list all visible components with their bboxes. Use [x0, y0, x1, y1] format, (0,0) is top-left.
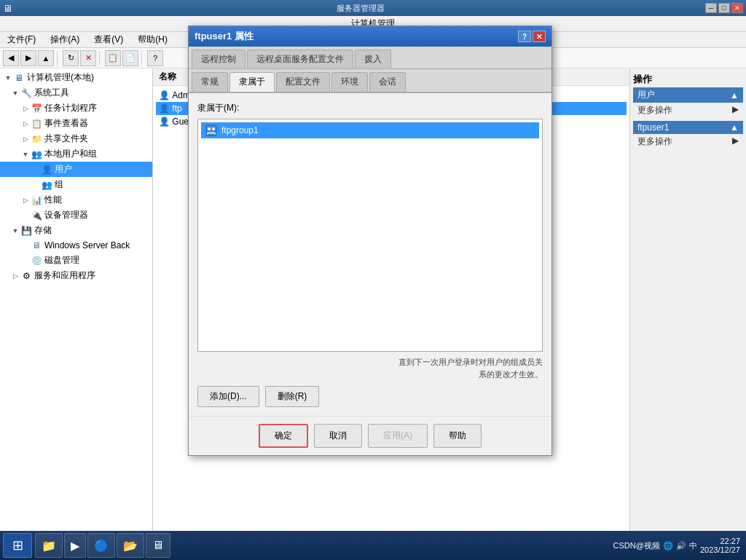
dialog-close-button[interactable]: ✕	[533, 31, 546, 42]
help-button[interactable]: 帮助	[433, 424, 482, 448]
expand-icon: ▼	[20, 149, 31, 159]
actions-more-users[interactable]: 更多操作 ▶	[633, 103, 743, 118]
dialog-titlebar: ftpuser1 属性 ? ✕	[189, 26, 551, 47]
tab-remote-control[interactable]: 远程控制	[192, 50, 246, 68]
expand-icon: ▷	[20, 134, 31, 144]
tray-network-icon: 🌐	[663, 541, 673, 551]
add-button[interactable]: 添加(D)...	[197, 386, 259, 407]
expand-icon	[31, 180, 41, 190]
actions-ftpuser-title: ftpuser1 ▲	[633, 121, 743, 134]
taskbar: ⊞ 📁 ▶ 🔵 📂 🖥 CSDN@视频 🌐 🔊 中 22:27 2023/12/…	[0, 531, 746, 560]
refresh-button[interactable]: ↻	[63, 50, 79, 66]
close-button[interactable]: ✕	[731, 3, 743, 13]
dialog-help-button[interactable]: ?	[518, 31, 531, 42]
tree-services[interactable]: ▷ ⚙ 服务和应用程序	[0, 268, 152, 283]
member-list: ftpgroup1	[197, 119, 543, 352]
menu-file[interactable]: 文件(F)	[3, 32, 40, 47]
tree-task-scheduler[interactable]: ▷ 📅 任务计划程序	[0, 100, 152, 116]
maximize-button[interactable]: □	[718, 3, 730, 13]
tree-label-storage: 存储	[34, 224, 52, 237]
tray-date: 2023/12/27	[700, 545, 740, 554]
tree-event-viewer[interactable]: ▷ 📋 事件查看器	[0, 116, 152, 131]
tab-member-of[interactable]: 隶属于	[229, 72, 275, 92]
properties-button[interactable]: 📋	[105, 50, 121, 66]
server-backup-icon: 🖥	[31, 240, 42, 251]
menu-action[interactable]: 操作(A)	[46, 32, 84, 47]
tree-local-users[interactable]: ▼ 👥 本地用户和组	[0, 146, 152, 162]
taskbar-tray: CSDN@视频 🌐 🔊 中 22:27 2023/12/27	[613, 537, 743, 554]
member-name: ftpgroup1	[221, 125, 259, 135]
tab-general[interactable]: 常规	[192, 72, 228, 92]
tab-profile[interactable]: 配置文件	[276, 72, 330, 92]
server-manager-icon: 🖥	[3, 3, 12, 14]
taskbar-powershell[interactable]: 🔵	[87, 533, 115, 558]
up-button[interactable]: ▲	[38, 50, 54, 66]
expand-icon: ▷	[20, 195, 31, 205]
action-buttons: 添加(D)... 删除(R)	[197, 386, 543, 407]
taskbar-folder[interactable]: 📂	[117, 533, 144, 558]
dialog-footer: 确定 取消 应用(A) 帮助	[189, 416, 551, 455]
storage-icon: 💾	[20, 225, 32, 237]
tray-clock[interactable]: 22:27 2023/12/27	[700, 537, 740, 554]
forward-button[interactable]: ▶	[20, 50, 36, 66]
help-toolbar-button[interactable]: ?	[147, 50, 163, 66]
tree-label-device: 设备管理器	[44, 209, 88, 221]
tree-performance[interactable]: ▷ 📊 性能	[0, 192, 152, 208]
tree-label-task: 任务计划程序	[44, 102, 97, 114]
tree-label-wsb: Windows Server Back	[44, 240, 130, 251]
tab-environment[interactable]: 环境	[331, 72, 368, 92]
tabs-row-2: 常规 隶属于 配置文件 环境 会话	[189, 69, 551, 93]
tree-label-services: 服务和应用程序	[34, 269, 95, 282]
tree-device-manager[interactable]: 🔌 设备管理器	[0, 208, 152, 223]
back-button[interactable]: ◀	[3, 50, 19, 66]
taskbar-network[interactable]: 🖥	[146, 533, 170, 558]
tab-dial-in[interactable]: 拨入	[355, 50, 391, 68]
expand-icon	[31, 165, 41, 175]
properties-dialog: ftpuser1 属性 ? ✕ 远程控制 远程桌面服务配置文件 拨入 常规 隶属…	[188, 25, 552, 456]
tree-windows-server-backup[interactable]: 🖥 Windows Server Back	[0, 238, 152, 253]
export-button[interactable]: 📄	[122, 50, 138, 66]
actions-users-title: 用户 ▲	[633, 87, 743, 103]
member-item-ftpgroup1[interactable]: ftpgroup1	[201, 122, 539, 138]
svg-point-2	[212, 127, 215, 130]
arrow-right-icon: ▶	[732, 104, 739, 117]
tray-ime-icon: 中	[689, 540, 697, 551]
remove-button[interactable]: 删除(R)	[265, 386, 320, 407]
ok-button[interactable]: 确定	[259, 424, 308, 448]
taskbar-terminal[interactable]: ▶	[64, 533, 86, 558]
taskbar-items: 📁 ▶ 🔵 📂 🖥	[35, 533, 170, 558]
apply-button[interactable]: 应用(A)	[368, 424, 428, 448]
expand-icon	[20, 210, 31, 221]
sidebar-tree: ▼ 🖥 计算机管理(本地) ▼ 🔧 系统工具 ▷ 📅 任务计划程序 ▷ 📋 事	[0, 68, 153, 560]
menu-view[interactable]: 查看(V)	[90, 32, 127, 47]
tree-system-tools[interactable]: ▼ 🔧 系统工具	[0, 85, 152, 100]
start-button[interactable]: ⊞	[3, 533, 32, 558]
stop-button[interactable]: ✕	[80, 50, 96, 66]
tab-session[interactable]: 会话	[369, 72, 406, 92]
taskbar-explorer[interactable]: 📁	[35, 533, 63, 558]
tree-storage[interactable]: ▼ 💾 存储	[0, 223, 152, 238]
expand-icon	[20, 240, 31, 251]
tree-label-disk: 磁盘管理	[44, 254, 79, 267]
cancel-button[interactable]: 取消	[314, 424, 362, 448]
server-manager-title: 服务器管理器	[15, 3, 705, 14]
tree-disk-management[interactable]: 💿 磁盘管理	[0, 253, 152, 268]
device-icon: 🔌	[31, 210, 42, 221]
tree-shared-folders[interactable]: ▷ 📁 共享文件夹	[0, 131, 152, 146]
tree-groups[interactable]: 👥 组	[0, 177, 152, 192]
actions-more-ftpuser[interactable]: 更多操作 ▶	[633, 134, 743, 149]
tray-volume-icon: 🔊	[676, 541, 686, 551]
tab-remote-desktop[interactable]: 远程桌面服务配置文件	[247, 50, 353, 68]
tree-computer-management[interactable]: ▼ 🖥 计算机管理(本地)	[0, 70, 152, 85]
tree-label-systemtools: 系统工具	[34, 87, 69, 99]
tools-icon: 🔧	[20, 87, 32, 99]
actions-header: 操作	[633, 71, 743, 87]
expand-icon: ▷	[20, 103, 31, 114]
member-label: 隶属于(M):	[197, 102, 543, 114]
tray-text: CSDN@视频	[613, 540, 660, 551]
dialog-title: ftpuser1 属性	[195, 30, 518, 43]
user-icon-ftp: 👤	[159, 103, 170, 114]
tree-users[interactable]: 👤 用户	[0, 162, 152, 177]
minimize-button[interactable]: ─	[705, 3, 717, 13]
menu-help[interactable]: 帮助(H)	[133, 32, 172, 47]
